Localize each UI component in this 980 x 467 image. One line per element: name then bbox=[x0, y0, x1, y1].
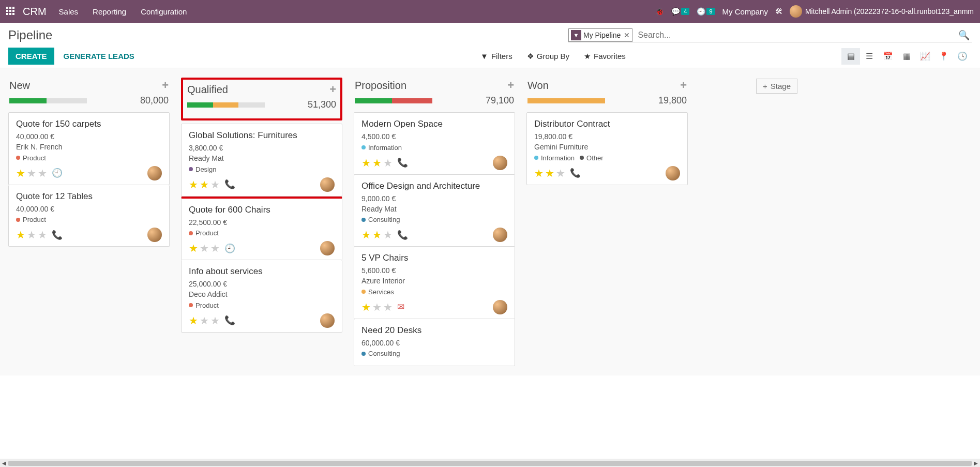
settings-icon[interactable]: 🛠 bbox=[775, 7, 782, 16]
priority-star-icon[interactable]: ★ bbox=[372, 301, 382, 313]
view-kanban-icon[interactable]: ▤ bbox=[841, 48, 860, 65]
priority-star-icon[interactable]: ★ bbox=[556, 167, 565, 179]
assignee-avatar-icon[interactable] bbox=[493, 156, 507, 170]
phone-icon[interactable]: 📞 bbox=[224, 179, 235, 190]
priority-star-icon[interactable]: ★ bbox=[27, 167, 36, 179]
clock-icon[interactable]: 🕘 bbox=[52, 168, 63, 178]
assignee-avatar-icon[interactable] bbox=[147, 166, 162, 180]
priority-star-icon[interactable]: ★ bbox=[372, 229, 382, 241]
filters-button[interactable]: ▼Filters bbox=[480, 52, 512, 61]
add-card-icon[interactable]: + bbox=[162, 79, 169, 92]
column-title[interactable]: Won bbox=[527, 80, 549, 92]
column-title[interactable]: Proposition bbox=[355, 80, 406, 92]
phone-icon[interactable]: 📞 bbox=[397, 157, 408, 168]
view-pivot-icon[interactable]: ▦ bbox=[897, 48, 916, 65]
kanban-card[interactable]: Need 20 Desks 60,000.00 €Consulting bbox=[354, 319, 515, 367]
search-icon[interactable]: 🔍 bbox=[956, 29, 972, 41]
card-tags: Product bbox=[16, 215, 162, 224]
kanban-card[interactable]: Quote for 600 Chairs 22,500.00 €Product … bbox=[181, 197, 342, 261]
priority-star-icon[interactable]: ★ bbox=[372, 157, 382, 169]
phone-icon[interactable]: 📞 bbox=[397, 230, 408, 240]
generate-leads-button[interactable]: GENERATE LEADS bbox=[57, 48, 141, 65]
priority-star-icon[interactable]: ★ bbox=[27, 229, 36, 241]
card-amount: 40,000.00 € bbox=[16, 132, 162, 141]
priority-star-icon[interactable]: ★ bbox=[38, 229, 47, 241]
column-progress-bar[interactable] bbox=[9, 98, 87, 103]
priority-star-icon[interactable]: ★ bbox=[210, 178, 220, 191]
app-brand[interactable]: CRM bbox=[23, 6, 47, 18]
column-title[interactable]: Qualified bbox=[187, 84, 228, 96]
priority-star-icon[interactable]: ★ bbox=[189, 178, 198, 191]
priority-star-icon[interactable]: ★ bbox=[383, 301, 393, 313]
priority-star-icon[interactable]: ★ bbox=[383, 157, 393, 169]
company-switcher[interactable]: My Company bbox=[722, 7, 768, 16]
kanban-card[interactable]: Distributor Contract 19,800.00 €Gemini F… bbox=[526, 112, 688, 185]
priority-star-icon[interactable]: ★ bbox=[545, 167, 554, 179]
kanban-card[interactable]: 5 VP Chairs 5,600.00 €Azure InteriorServ… bbox=[354, 247, 515, 319]
priority-star-icon[interactable]: ★ bbox=[189, 242, 198, 254]
apps-icon[interactable] bbox=[6, 7, 16, 16]
phone-icon[interactable]: 📞 bbox=[224, 315, 235, 326]
kanban-card[interactable]: Quote for 12 Tables 40,000.00 €Product ★… bbox=[8, 185, 170, 247]
priority-star-icon[interactable]: ★ bbox=[361, 157, 371, 169]
phone-icon[interactable]: 📞 bbox=[570, 168, 581, 178]
phone-icon[interactable]: 📞 bbox=[52, 230, 63, 240]
priority-star-icon[interactable]: ★ bbox=[383, 229, 393, 241]
nav-configuration[interactable]: Configuration bbox=[141, 7, 187, 16]
column-title[interactable]: New bbox=[9, 80, 30, 92]
add-card-icon[interactable]: + bbox=[680, 79, 687, 92]
activities-icon[interactable]: 🕘9 bbox=[697, 7, 715, 16]
nav-reporting[interactable]: Reporting bbox=[93, 7, 126, 16]
assignee-avatar-icon[interactable] bbox=[493, 300, 507, 314]
groupby-button[interactable]: ❖Group By bbox=[527, 52, 569, 61]
priority-star-icon[interactable]: ★ bbox=[200, 242, 209, 254]
priority-star-icon[interactable]: ★ bbox=[361, 301, 371, 313]
view-graph-icon[interactable]: 📈 bbox=[916, 48, 934, 65]
favorites-button[interactable]: ★Favorites bbox=[584, 52, 626, 61]
priority-star-icon[interactable]: ★ bbox=[210, 242, 220, 254]
add-stage-button[interactable]: +Stage bbox=[756, 79, 797, 94]
priority-star-icon[interactable]: ★ bbox=[210, 314, 220, 327]
priority-star-icon[interactable]: ★ bbox=[361, 229, 371, 241]
assignee-avatar-icon[interactable] bbox=[493, 228, 507, 242]
mail-icon[interactable]: ✉ bbox=[397, 302, 404, 312]
nav-sales[interactable]: Sales bbox=[59, 7, 79, 16]
kanban-card[interactable]: Quote for 150 carpets 40,000.00 €Erik N.… bbox=[8, 112, 170, 185]
filter-chip-my-pipeline[interactable]: ▼ My Pipeline ✕ bbox=[568, 28, 632, 42]
assignee-avatar-icon[interactable] bbox=[320, 241, 335, 255]
priority-star-icon[interactable]: ★ bbox=[534, 167, 544, 179]
kanban-card[interactable]: Info about services 25,000.00 €Deco Addi… bbox=[181, 260, 342, 333]
view-activity-icon[interactable]: 🕓 bbox=[953, 48, 972, 65]
priority-star-icon[interactable]: ★ bbox=[200, 314, 209, 327]
priority-star-icon[interactable]: ★ bbox=[16, 167, 25, 179]
search-input[interactable] bbox=[636, 28, 956, 42]
kanban-card[interactable]: Global Solutions: Furnitures 3,800.00 €R… bbox=[181, 124, 342, 197]
user-menu[interactable]: Mitchell Admin (20222372-16-0-all.runbot… bbox=[790, 5, 974, 18]
priority-star-icon[interactable]: ★ bbox=[189, 314, 198, 327]
add-card-icon[interactable]: + bbox=[507, 79, 514, 92]
tag: Product bbox=[189, 302, 219, 309]
view-calendar-icon[interactable]: 📅 bbox=[879, 48, 897, 65]
column-progress-bar[interactable] bbox=[187, 102, 265, 108]
column-progress-bar[interactable] bbox=[527, 98, 605, 103]
view-list-icon[interactable]: ☰ bbox=[860, 48, 879, 65]
clock-icon[interactable]: 🕘 bbox=[224, 243, 235, 254]
priority-star-icon[interactable]: ★ bbox=[38, 167, 47, 179]
assignee-avatar-icon[interactable] bbox=[147, 228, 162, 242]
card-amount: 19,800.00 € bbox=[534, 132, 680, 141]
kanban-card[interactable]: Office Design and Architecture 9,000.00 … bbox=[354, 175, 515, 247]
remove-filter-icon[interactable]: ✕ bbox=[624, 31, 630, 39]
assignee-avatar-icon[interactable] bbox=[320, 313, 335, 328]
view-map-icon[interactable]: 📍 bbox=[934, 48, 953, 65]
messages-icon[interactable]: 💬4 bbox=[671, 7, 689, 16]
create-button[interactable]: CREATE bbox=[8, 48, 54, 65]
search-bar[interactable]: ▼ My Pipeline ✕ 🔍 bbox=[568, 28, 972, 42]
column-progress-bar[interactable] bbox=[355, 98, 432, 103]
kanban-card[interactable]: Modern Open Space 4,500.00 €Information … bbox=[354, 112, 515, 175]
priority-star-icon[interactable]: ★ bbox=[16, 229, 25, 241]
assignee-avatar-icon[interactable] bbox=[666, 166, 680, 180]
priority-star-icon[interactable]: ★ bbox=[200, 178, 209, 191]
debug-icon[interactable]: 🐞 bbox=[655, 7, 664, 16]
assignee-avatar-icon[interactable] bbox=[320, 177, 335, 192]
add-card-icon[interactable]: + bbox=[329, 83, 336, 96]
